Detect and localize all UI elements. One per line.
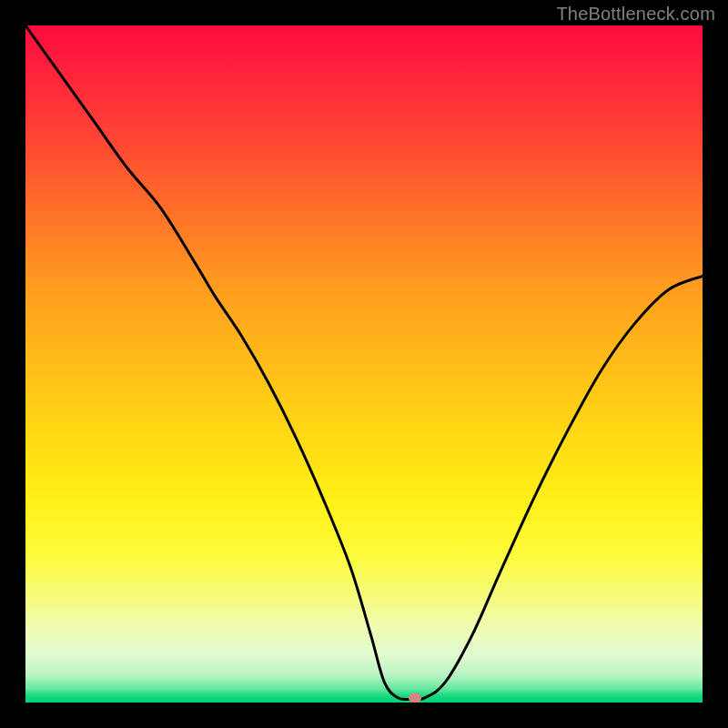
optimal-point-marker [409,693,421,703]
chart-container: TheBottleneck.com [0,0,728,728]
bottleneck-curve [25,25,703,700]
plot-area [25,25,703,703]
curve-svg [25,25,703,703]
watermark-text: TheBottleneck.com [556,4,715,25]
